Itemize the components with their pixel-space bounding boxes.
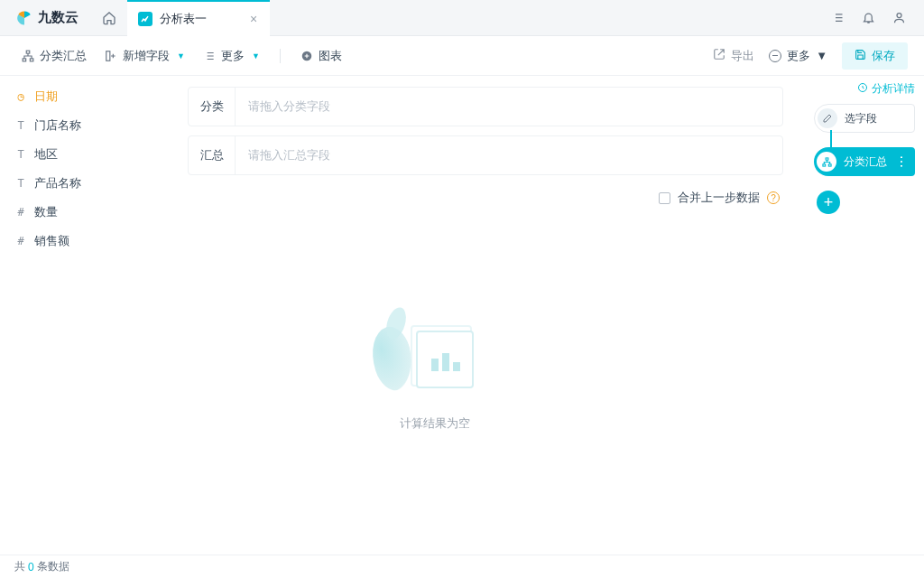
right-panel: 分析详情 选字段 分类汇总 ⋯ + bbox=[808, 76, 924, 555]
caret-down-icon: ▼ bbox=[252, 51, 260, 61]
tab-label: 分析表一 bbox=[160, 11, 207, 27]
number-type-icon: # bbox=[14, 206, 27, 219]
field-date[interactable]: ◷ 日期 bbox=[14, 89, 166, 105]
home-button[interactable] bbox=[91, 0, 127, 36]
brand-logo[interactable]: 九数云 bbox=[0, 9, 91, 26]
status-count: 0 bbox=[28, 561, 34, 573]
detail-icon bbox=[857, 82, 868, 96]
add-field-icon bbox=[105, 50, 117, 62]
plus-circle-icon bbox=[300, 50, 313, 62]
caret-down-icon: ▼ bbox=[816, 49, 827, 62]
field-region[interactable]: T 地区 bbox=[14, 146, 166, 163]
save-icon bbox=[855, 49, 866, 63]
status-suffix: 条数据 bbox=[37, 559, 69, 574]
text-type-icon: T bbox=[14, 148, 27, 161]
step-select-fields[interactable]: 选字段 bbox=[814, 104, 915, 133]
chart-placeholder-icon bbox=[430, 348, 460, 371]
analysis-icon bbox=[138, 12, 152, 26]
text-type-icon: T bbox=[14, 177, 27, 190]
svg-rect-2 bbox=[23, 58, 26, 61]
summary-dropzone[interactable]: 汇总 请拖入汇总字段 bbox=[188, 135, 783, 175]
svg-rect-9 bbox=[828, 163, 831, 165]
home-icon bbox=[102, 11, 116, 25]
add-field-button[interactable]: 新增字段 ▼ bbox=[99, 44, 190, 68]
svg-rect-1 bbox=[26, 51, 30, 53]
title-bar: 九数云 分析表一 × bbox=[0, 0, 924, 36]
analysis-detail-link[interactable]: 分析详情 bbox=[808, 81, 915, 97]
empty-text: 计算结果为空 bbox=[400, 415, 470, 432]
status-bar: 共 0 条数据 bbox=[0, 555, 924, 578]
clock-icon: ◷ bbox=[14, 90, 27, 103]
field-store-name[interactable]: T 门店名称 bbox=[14, 117, 166, 134]
list-icon[interactable] bbox=[830, 11, 845, 25]
divider bbox=[280, 49, 281, 63]
empty-illustration bbox=[385, 311, 485, 401]
svg-rect-4 bbox=[106, 51, 110, 61]
export-icon bbox=[713, 48, 725, 63]
field-product-name[interactable]: T 产品名称 bbox=[14, 175, 166, 191]
active-tab[interactable]: 分析表一 × bbox=[127, 0, 270, 36]
more-right-button[interactable]: 更多 ▼ bbox=[769, 48, 827, 64]
category-placeholder: 请拖入分类字段 bbox=[236, 98, 782, 115]
category-dropzone[interactable]: 分类 请拖入分类字段 bbox=[188, 87, 783, 126]
brand-text: 九数云 bbox=[38, 9, 79, 26]
category-label: 分类 bbox=[189, 87, 236, 126]
svg-rect-7 bbox=[826, 157, 828, 159]
center-panel: 分类 请拖入分类字段 汇总 请拖入汇总字段 合并上一步数据 ? 计算结果为空 bbox=[180, 76, 808, 555]
close-icon[interactable]: × bbox=[250, 12, 257, 26]
edit-icon bbox=[818, 108, 837, 128]
help-icon[interactable]: ? bbox=[767, 191, 780, 204]
svg-rect-3 bbox=[30, 58, 33, 61]
save-button[interactable]: 保存 bbox=[842, 42, 908, 70]
workspace: ◷ 日期 T 门店名称 T 地区 T 产品名称 # 数量 # 销售额 分类 请拖… bbox=[0, 76, 924, 555]
kebab-icon[interactable]: ⋯ bbox=[894, 155, 909, 169]
step-category-summary[interactable]: 分类汇总 ⋯ bbox=[814, 147, 915, 176]
empty-state: 计算结果为空 bbox=[125, 197, 745, 545]
text-type-icon: T bbox=[14, 119, 27, 132]
bell-icon[interactable] bbox=[861, 11, 875, 25]
toolbar: 分类汇总 新增字段 ▼ 更多 ▼ 图表 导出 更多 ▼ 保存 bbox=[0, 36, 924, 76]
more-button[interactable]: 更多 ▼ bbox=[198, 44, 265, 68]
number-type-icon: # bbox=[14, 235, 27, 247]
hierarchy-icon bbox=[22, 50, 34, 62]
brand-icon bbox=[16, 10, 32, 26]
summary-placeholder: 请拖入汇总字段 bbox=[236, 147, 782, 163]
hierarchy-icon bbox=[817, 152, 836, 172]
summary-label: 汇总 bbox=[189, 135, 236, 175]
status-prefix: 共 bbox=[14, 559, 25, 574]
export-button[interactable]: 导出 bbox=[713, 48, 754, 64]
user-icon[interactable] bbox=[892, 11, 906, 25]
step-chain: 选字段 分类汇总 ⋯ + bbox=[808, 104, 915, 214]
minus-circle-icon bbox=[769, 50, 781, 62]
add-step-button[interactable]: + bbox=[817, 191, 840, 214]
svg-rect-8 bbox=[822, 163, 825, 165]
category-summary-button[interactable]: 分类汇总 bbox=[16, 44, 92, 68]
svg-point-0 bbox=[897, 14, 901, 18]
chart-button[interactable]: 图表 bbox=[295, 44, 347, 68]
caret-down-icon: ▼ bbox=[177, 51, 185, 61]
list-more-icon bbox=[203, 50, 216, 62]
